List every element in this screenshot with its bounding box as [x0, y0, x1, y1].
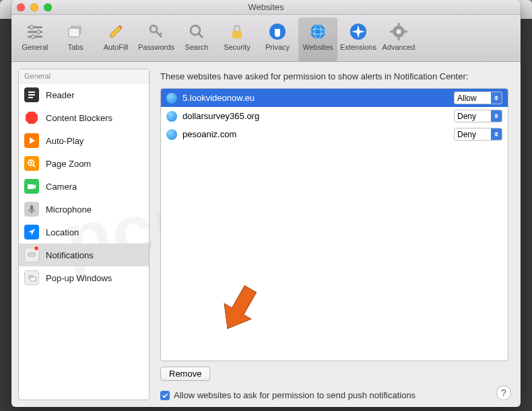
- toolbar-extensions[interactable]: Extensions: [339, 17, 378, 61]
- permission-select[interactable]: Deny: [454, 110, 502, 122]
- svg-marker-30: [26, 112, 38, 124]
- location-icon: [24, 225, 39, 239]
- website-domain: pesoaniz.com: [182, 129, 448, 139]
- toolbar-autofill[interactable]: AutoFill: [96, 17, 135, 61]
- toolbar-label: Privacy: [265, 43, 290, 51]
- stop-icon: [24, 110, 39, 125]
- svg-marker-31: [30, 137, 35, 144]
- gear-switches-icon: [25, 22, 45, 42]
- titlebar: Websites: [11, 0, 521, 15]
- svg-rect-28: [28, 94, 35, 96]
- toolbar-websites[interactable]: Websites: [298, 17, 337, 61]
- gear-icon: [389, 22, 409, 42]
- website-row[interactable]: 5.lookvideonow.eu Allow: [161, 89, 508, 107]
- svg-rect-26: [404, 31, 407, 33]
- toolbar-label: Extensions: [340, 43, 376, 51]
- zoom-icon: [24, 156, 39, 171]
- svg-point-17: [310, 24, 325, 39]
- traffic-lights: [17, 3, 52, 11]
- camera-icon: [24, 179, 39, 194]
- sidebar-item-content-blockers[interactable]: Content Blockers: [19, 106, 149, 129]
- globe-icon: [166, 111, 177, 122]
- privacy-hand-icon: [267, 22, 288, 42]
- globe-icon: [308, 22, 328, 42]
- sidebar-item-microphone[interactable]: Microphone: [19, 198, 149, 221]
- microphone-icon: [24, 202, 39, 217]
- sidebar-header: General: [19, 69, 149, 83]
- tabs-icon: [65, 22, 86, 42]
- svg-point-3: [30, 26, 34, 30]
- permission-value: Allow: [457, 94, 477, 103]
- sidebar-item-reader[interactable]: Reader: [19, 83, 149, 106]
- search-icon: [187, 22, 207, 42]
- toolbar-security[interactable]: Security: [218, 17, 257, 61]
- zoom-button[interactable]: [44, 3, 52, 11]
- reader-icon: [24, 87, 39, 102]
- svg-rect-43: [30, 277, 36, 281]
- toolbar-search[interactable]: Search: [177, 17, 216, 61]
- svg-point-5: [31, 35, 35, 39]
- sidebar-item-label: Content Blockers: [46, 113, 112, 123]
- permission-value: Deny: [457, 130, 476, 139]
- website-row[interactable]: dollarsurvey365.org Deny: [161, 107, 508, 125]
- sidebar-item-auto-play[interactable]: Auto-Play: [19, 129, 149, 152]
- sidebar-item-page-zoom[interactable]: Page Zoom: [19, 152, 149, 175]
- svg-rect-38: [30, 205, 33, 211]
- sidebar-item-label: Reader: [46, 90, 75, 100]
- minimize-button[interactable]: [30, 3, 38, 11]
- svg-rect-29: [28, 97, 33, 98]
- preferences-window: pcrisk.com Websites General Tabs AutoFil…: [11, 0, 521, 407]
- svg-line-33: [33, 165, 35, 167]
- badge-dot-icon: [34, 246, 39, 251]
- remove-button[interactable]: Remove: [160, 367, 210, 381]
- toolbar-label: Passwords: [138, 43, 174, 51]
- svg-line-12: [160, 33, 162, 35]
- svg-rect-41: [28, 253, 35, 256]
- chevron-updown-icon: [491, 92, 502, 104]
- allow-ask-checkbox[interactable]: [160, 391, 170, 400]
- svg-rect-15: [232, 31, 242, 38]
- svg-rect-27: [28, 91, 35, 93]
- sidebar-item-label: Auto-Play: [46, 136, 84, 146]
- toolbar-label: Search: [185, 43, 209, 51]
- toolbar-advanced[interactable]: Advanced: [379, 17, 418, 61]
- svg-marker-8: [110, 26, 121, 37]
- svg-marker-40: [28, 229, 35, 235]
- sidebar-item-label: Page Zoom: [46, 159, 91, 169]
- toolbar-passwords[interactable]: Passwords: [137, 17, 176, 61]
- toolbar-tabs[interactable]: Tabs: [56, 17, 95, 61]
- svg-line-14: [199, 34, 203, 38]
- sidebar-item-popup-windows[interactable]: Pop-up Windows: [19, 266, 149, 289]
- globe-icon: [166, 129, 177, 140]
- website-row[interactable]: pesoaniz.com Deny: [161, 125, 508, 143]
- permission-select[interactable]: Allow: [454, 91, 502, 104]
- toolbar-general[interactable]: General: [15, 17, 55, 61]
- key-icon: [146, 22, 166, 42]
- lock-icon: [227, 22, 247, 42]
- permission-select[interactable]: Deny: [454, 128, 502, 141]
- sidebar-item-label: Location: [46, 227, 79, 237]
- close-button[interactable]: [17, 3, 25, 11]
- sidebar: General Reader Content Blockers Auto-Pla…: [11, 62, 156, 407]
- sidebar-item-location[interactable]: Location: [19, 221, 149, 244]
- help-button[interactable]: ?: [496, 385, 511, 400]
- svg-marker-37: [34, 184, 36, 189]
- play-icon: [24, 133, 39, 148]
- window-title: Websites: [11, 2, 521, 12]
- svg-rect-25: [390, 31, 393, 33]
- toolbar-privacy[interactable]: Privacy: [258, 17, 297, 61]
- websites-list: 5.lookvideonow.eu Allow dollarsurvey365.…: [160, 88, 508, 361]
- toolbar-label: General: [22, 43, 48, 51]
- sidebar-item-camera[interactable]: Camera: [19, 175, 149, 198]
- help-label: ?: [501, 387, 506, 398]
- main-heading: These websites have asked for permission…: [160, 71, 508, 81]
- permission-value: Deny: [457, 112, 476, 121]
- svg-rect-7: [69, 28, 79, 37]
- pencil-icon: [106, 22, 126, 42]
- chevron-updown-icon: [491, 110, 502, 122]
- sidebar-item-label: Microphone: [46, 204, 92, 215]
- svg-rect-36: [28, 184, 34, 189]
- svg-point-13: [191, 26, 200, 35]
- sidebar-item-notifications[interactable]: Notifications: [19, 244, 149, 266]
- svg-rect-23: [398, 23, 400, 26]
